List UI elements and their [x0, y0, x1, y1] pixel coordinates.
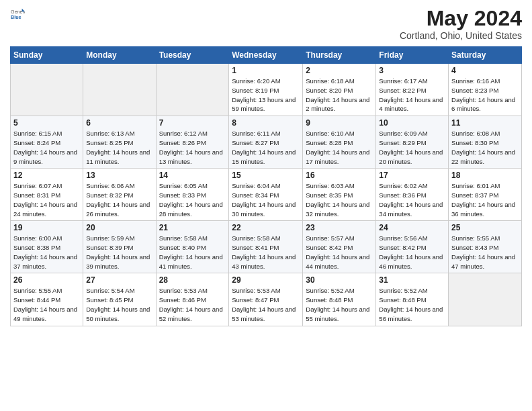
calendar-header-thursday: Thursday: [303, 47, 376, 64]
day-number: 18: [451, 171, 519, 180]
day-info: Sunrise: 5:56 AM Sunset: 8:42 PM Dayligh…: [379, 234, 445, 271]
logo-icon: General Blue: [10, 7, 25, 21]
day-info: Sunrise: 6:20 AM Sunset: 8:19 PM Dayligh…: [232, 77, 300, 113]
calendar-cell: 19Sunrise: 6:00 AM Sunset: 8:38 PM Dayli…: [11, 221, 83, 273]
calendar-header-tuesday: Tuesday: [156, 47, 229, 64]
calendar-cell: 26Sunrise: 5:55 AM Sunset: 8:44 PM Dayli…: [11, 273, 83, 326]
day-number: 23: [306, 223, 373, 232]
day-info: Sunrise: 6:01 AM Sunset: 8:37 PM Dayligh…: [451, 181, 519, 218]
calendar-header-friday: Friday: [376, 47, 449, 64]
calendar-cell: 22Sunrise: 5:58 AM Sunset: 8:41 PM Dayli…: [229, 221, 303, 273]
day-info: Sunrise: 6:02 AM Sunset: 8:36 PM Dayligh…: [379, 181, 445, 218]
day-info: Sunrise: 5:58 AM Sunset: 8:40 PM Dayligh…: [159, 234, 226, 271]
day-info: Sunrise: 5:55 AM Sunset: 8:43 PM Dayligh…: [451, 234, 519, 271]
page: General Blue May 2024 Cortland, Ohio, Un…: [0, 0, 532, 411]
day-info: Sunrise: 6:00 AM Sunset: 8:38 PM Dayligh…: [13, 234, 80, 271]
day-number: 30: [306, 275, 373, 285]
calendar-cell: [156, 64, 229, 116]
calendar-week-4: 19Sunrise: 6:00 AM Sunset: 8:38 PM Dayli…: [11, 221, 522, 273]
day-info: Sunrise: 5:52 AM Sunset: 8:48 PM Dayligh…: [306, 286, 373, 323]
day-info: Sunrise: 5:52 AM Sunset: 8:48 PM Dayligh…: [379, 286, 445, 323]
calendar-week-1: 1Sunrise: 6:20 AM Sunset: 8:19 PM Daylig…: [11, 64, 522, 116]
calendar-cell: [449, 273, 522, 326]
day-number: 10: [379, 118, 445, 128]
day-number: 8: [232, 118, 300, 128]
day-number: 21: [159, 223, 226, 232]
calendar-cell: 28Sunrise: 5:53 AM Sunset: 8:46 PM Dayli…: [156, 273, 229, 326]
day-info: Sunrise: 6:05 AM Sunset: 8:33 PM Dayligh…: [159, 181, 226, 218]
calendar-cell: 11Sunrise: 6:08 AM Sunset: 8:30 PM Dayli…: [449, 116, 522, 169]
calendar-cell: 23Sunrise: 5:57 AM Sunset: 8:42 PM Dayli…: [303, 221, 376, 273]
day-info: Sunrise: 5:53 AM Sunset: 8:46 PM Dayligh…: [159, 286, 226, 323]
calendar-cell: 17Sunrise: 6:02 AM Sunset: 8:36 PM Dayli…: [376, 169, 449, 221]
day-info: Sunrise: 5:54 AM Sunset: 8:45 PM Dayligh…: [86, 286, 152, 323]
day-number: 7: [159, 118, 226, 128]
day-number: 9: [306, 118, 373, 128]
calendar-cell: 1Sunrise: 6:20 AM Sunset: 8:19 PM Daylig…: [229, 64, 303, 116]
day-number: 11: [451, 118, 519, 128]
day-info: Sunrise: 6:04 AM Sunset: 8:34 PM Dayligh…: [232, 181, 300, 218]
day-number: 24: [379, 223, 445, 232]
day-number: 19: [13, 223, 80, 232]
day-number: 26: [13, 275, 80, 285]
day-number: 16: [306, 171, 373, 180]
day-number: 4: [451, 66, 519, 75]
day-number: 13: [86, 171, 152, 180]
calendar-cell: 15Sunrise: 6:04 AM Sunset: 8:34 PM Dayli…: [229, 169, 303, 221]
day-number: 2: [306, 66, 373, 75]
calendar-cell: 20Sunrise: 5:59 AM Sunset: 8:39 PM Dayli…: [83, 221, 156, 273]
calendar-cell: [83, 64, 156, 116]
calendar-header-saturday: Saturday: [449, 47, 522, 64]
day-info: Sunrise: 6:13 AM Sunset: 8:25 PM Dayligh…: [86, 129, 152, 166]
day-number: 15: [232, 171, 300, 180]
title-block: May 2024 Cortland, Ohio, United States: [400, 7, 522, 41]
day-info: Sunrise: 6:11 AM Sunset: 8:27 PM Dayligh…: [232, 129, 300, 166]
day-info: Sunrise: 6:03 AM Sunset: 8:35 PM Dayligh…: [306, 181, 373, 218]
month-title: May 2024: [400, 7, 522, 30]
calendar-week-5: 26Sunrise: 5:55 AM Sunset: 8:44 PM Dayli…: [11, 273, 522, 326]
day-info: Sunrise: 6:12 AM Sunset: 8:26 PM Dayligh…: [159, 129, 226, 166]
day-number: 5: [13, 118, 80, 128]
day-info: Sunrise: 5:53 AM Sunset: 8:47 PM Dayligh…: [232, 286, 300, 323]
day-number: 25: [451, 223, 519, 232]
calendar-cell: [11, 64, 83, 116]
calendar-cell: 8Sunrise: 6:11 AM Sunset: 8:27 PM Daylig…: [229, 116, 303, 169]
location: Cortland, Ohio, United States: [400, 30, 522, 41]
day-info: Sunrise: 5:58 AM Sunset: 8:41 PM Dayligh…: [232, 234, 300, 271]
calendar-cell: 12Sunrise: 6:07 AM Sunset: 8:31 PM Dayli…: [11, 169, 83, 221]
day-info: Sunrise: 6:18 AM Sunset: 8:20 PM Dayligh…: [306, 77, 373, 113]
calendar-week-2: 5Sunrise: 6:15 AM Sunset: 8:24 PM Daylig…: [11, 116, 522, 169]
calendar-cell: 4Sunrise: 6:16 AM Sunset: 8:23 PM Daylig…: [449, 64, 522, 116]
day-number: 28: [159, 275, 226, 285]
day-number: 27: [86, 275, 152, 285]
day-info: Sunrise: 6:16 AM Sunset: 8:23 PM Dayligh…: [451, 77, 519, 113]
logo: General Blue: [10, 7, 25, 21]
day-number: 3: [379, 66, 445, 75]
day-info: Sunrise: 6:08 AM Sunset: 8:30 PM Dayligh…: [451, 129, 519, 166]
calendar-cell: 21Sunrise: 5:58 AM Sunset: 8:40 PM Dayli…: [156, 221, 229, 273]
calendar: SundayMondayTuesdayWednesdayThursdayFrid…: [10, 46, 522, 326]
calendar-cell: 31Sunrise: 5:52 AM Sunset: 8:48 PM Dayli…: [376, 273, 449, 326]
calendar-cell: 27Sunrise: 5:54 AM Sunset: 8:45 PM Dayli…: [83, 273, 156, 326]
calendar-header-sunday: Sunday: [11, 47, 83, 64]
calendar-header-wednesday: Wednesday: [229, 47, 303, 64]
calendar-cell: 2Sunrise: 6:18 AM Sunset: 8:20 PM Daylig…: [303, 64, 376, 116]
calendar-header-monday: Monday: [83, 47, 156, 64]
day-number: 20: [86, 223, 152, 232]
day-info: Sunrise: 5:59 AM Sunset: 8:39 PM Dayligh…: [86, 234, 152, 271]
day-info: Sunrise: 6:06 AM Sunset: 8:32 PM Dayligh…: [86, 181, 152, 218]
calendar-cell: 7Sunrise: 6:12 AM Sunset: 8:26 PM Daylig…: [156, 116, 229, 169]
calendar-cell: 9Sunrise: 6:10 AM Sunset: 8:28 PM Daylig…: [303, 116, 376, 169]
day-info: Sunrise: 5:55 AM Sunset: 8:44 PM Dayligh…: [13, 286, 80, 323]
day-number: 14: [159, 171, 226, 180]
calendar-cell: 3Sunrise: 6:17 AM Sunset: 8:22 PM Daylig…: [376, 64, 449, 116]
calendar-cell: 30Sunrise: 5:52 AM Sunset: 8:48 PM Dayli…: [303, 273, 376, 326]
day-info: Sunrise: 6:09 AM Sunset: 8:29 PM Dayligh…: [379, 129, 445, 166]
day-info: Sunrise: 5:57 AM Sunset: 8:42 PM Dayligh…: [306, 234, 373, 271]
calendar-header-row: SundayMondayTuesdayWednesdayThursdayFrid…: [11, 47, 522, 64]
calendar-cell: 14Sunrise: 6:05 AM Sunset: 8:33 PM Dayli…: [156, 169, 229, 221]
day-number: 22: [232, 223, 300, 232]
day-number: 17: [379, 171, 445, 180]
day-number: 1: [232, 66, 300, 75]
calendar-week-3: 12Sunrise: 6:07 AM Sunset: 8:31 PM Dayli…: [11, 169, 522, 221]
